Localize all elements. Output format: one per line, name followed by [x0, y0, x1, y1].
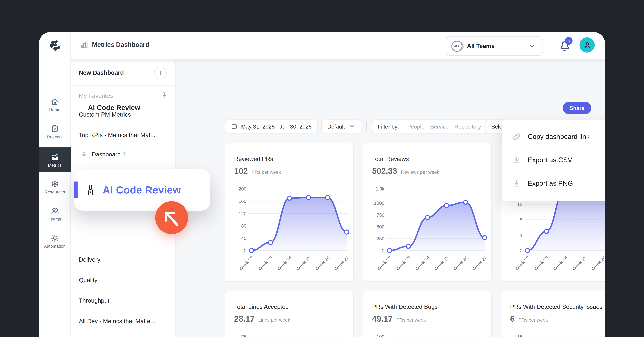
y-tick-label: 0	[520, 248, 522, 253]
filter-option-service[interactable]: Service	[430, 124, 449, 130]
sidebar-item-top-kpis[interactable]: Top KPIs - Metrics that Matt...	[79, 132, 157, 138]
card-unit: Lines per week	[258, 318, 290, 322]
rail-item-projects[interactable]: Projects	[39, 124, 71, 139]
x-tick-label: Week 23	[395, 255, 412, 272]
filter-option-repository[interactable]: Repository	[454, 124, 481, 130]
view-selector[interactable]: Default	[321, 120, 361, 134]
sidebar-item-quality[interactable]: Quality	[79, 277, 98, 283]
ai-code-review-callout[interactable]: AI Code Review	[74, 169, 210, 211]
card-unit: PRs per week	[518, 318, 548, 322]
x-tick-label: Week 25	[295, 255, 312, 272]
new-dashboard-row[interactable]: New Dashboard	[71, 60, 176, 86]
metrics-dashboard-icon	[80, 40, 89, 49]
rail-item-metrics[interactable]: Metrics	[39, 148, 71, 172]
sidebar-item-all-dev-metrics-1[interactable]: All Dev - Metrics that Matte...	[79, 318, 155, 324]
rail-item-teams[interactable]: Teams	[39, 206, 71, 221]
y-tick-label: 40	[241, 236, 246, 241]
area-chart: 20016012080400Week 22Week 23Week 24Week …	[225, 184, 354, 280]
rail-item-label: Resources	[39, 190, 71, 194]
rail-item-home[interactable]: Home	[39, 97, 71, 112]
card-unit: PRs per week	[252, 170, 281, 174]
notifications-button[interactable]: 6	[558, 40, 571, 54]
metric-card-0: Reviewed PRs102PRs per week2001601208040…	[224, 143, 354, 282]
rail-item-resources[interactable]: Resources	[39, 179, 71, 194]
y-tick-label: 4	[520, 232, 522, 238]
ai-code-review-icon	[85, 184, 96, 196]
y-tick-label: 12	[517, 202, 522, 207]
area-chart: 1.3k10007505002500Week 22Week 23Week 24W…	[363, 184, 492, 280]
share-button[interactable]: Share	[562, 102, 592, 114]
y-tick-label: 8	[520, 217, 522, 222]
card-title: Total Lines Accepted	[234, 304, 289, 310]
x-tick-label: Week 25	[433, 255, 450, 272]
link-icon	[512, 132, 521, 141]
team-selector[interactable]: ALL All Teams	[446, 36, 543, 56]
teams-icon	[50, 206, 60, 216]
menu-item-label: Export as PNG	[528, 180, 573, 187]
download-icon	[512, 179, 521, 188]
page-title: AI Code Review	[88, 104, 140, 112]
card-value: 28.17	[234, 314, 255, 324]
chevron-down-icon	[528, 42, 536, 50]
icon-rail: HomeProjectsMetricsResourcesTeamsAutomat…	[39, 32, 71, 337]
menu-item-export-as-csv[interactable]: Export as CSV	[502, 148, 605, 172]
chevron-down-icon	[348, 123, 355, 130]
date-range-picker[interactable]: May 31, 2025 - Jun 30, 2025	[224, 120, 318, 134]
rail-item-label: Metrics	[39, 163, 71, 168]
x-tick-label: Week 23	[257, 255, 274, 272]
all-teams-badge-icon: ALL	[451, 40, 462, 52]
menu-item-label: Copy dashboard link	[528, 133, 590, 140]
favorites-header: My Favorites	[79, 92, 113, 99]
metrics-icon	[50, 152, 60, 162]
metric-card-5: PRs With Detected Security Issues6PRs pe…	[501, 291, 605, 337]
toolbar-divider	[366, 121, 367, 132]
automation-icon	[50, 233, 60, 243]
rail-item-label: Home	[39, 108, 71, 112]
area-chart: 15129630Week 22Week 23Week 24Week 25Week…	[501, 331, 605, 337]
sidebar-item-throughput[interactable]: Throughput	[79, 297, 109, 304]
y-tick-label: 1000	[374, 200, 384, 206]
resources-icon	[50, 179, 60, 188]
x-tick-label: Week 22	[514, 255, 530, 272]
x-tick-label: Week 25	[571, 255, 588, 272]
download-icon	[512, 156, 521, 164]
menu-item-copy-dashboard-link[interactable]: Copy dashboard link	[502, 125, 605, 148]
rail-item-automation[interactable]: Automation	[39, 233, 71, 248]
card-unit: PRs per week	[396, 318, 426, 322]
swarmia-logo-icon[interactable]	[48, 39, 62, 54]
card-value: 49.17	[372, 314, 392, 324]
y-tick-label: 80	[241, 223, 246, 228]
sidebar-item-dashboard-1[interactable]: Dashboard 1	[80, 151, 126, 158]
x-tick-label: Week 24	[276, 255, 292, 272]
avatar[interactable]	[580, 38, 595, 52]
sidebar-item-delivery[interactable]: Delivery	[79, 256, 100, 263]
y-tick-label: 500	[376, 224, 384, 230]
x-tick-label: Week 24	[552, 255, 568, 272]
callout-label: AI Code Review	[103, 184, 181, 196]
person-icon	[582, 40, 592, 50]
view-selector-value: Default	[327, 124, 345, 130]
pin-icon[interactable]	[160, 92, 168, 99]
area-chart: 75604530150Week 22Week 23Week 24Week 25W…	[225, 331, 354, 337]
y-tick-label: 750	[376, 212, 384, 218]
add-dashboard-button[interactable]	[154, 66, 167, 79]
card-unit: Reviews per week	[401, 170, 439, 174]
rail-item-label: Projects	[39, 135, 71, 139]
x-tick-label: Week 26	[452, 255, 469, 272]
sidebar-item-custom-pm-metrics[interactable]: Custom PM Metrics	[79, 111, 131, 118]
home-icon	[50, 97, 60, 106]
filter-option-people[interactable]: People	[407, 124, 424, 130]
menu-item-export-as-png[interactable]: Export as PNG	[502, 172, 605, 195]
lock-icon	[80, 151, 88, 158]
new-dashboard-label: New Dashboard	[79, 69, 124, 76]
team-selector-label: All Teams	[467, 43, 528, 49]
x-tick-label: Week 26	[314, 255, 331, 272]
calendar-icon	[231, 123, 237, 130]
metric-card-1: Total Reviews502.33Reviews per week1.3k1…	[363, 143, 492, 282]
rail-item-label: Automation	[39, 244, 71, 248]
rail-item-label: Teams	[39, 217, 71, 221]
y-tick-label: 250	[376, 236, 384, 241]
x-tick-label: Week 26	[590, 255, 605, 272]
screenshot-stage: HomeProjectsMetricsResourcesTeamsAutomat…	[0, 0, 644, 337]
card-value: 6	[510, 314, 515, 324]
